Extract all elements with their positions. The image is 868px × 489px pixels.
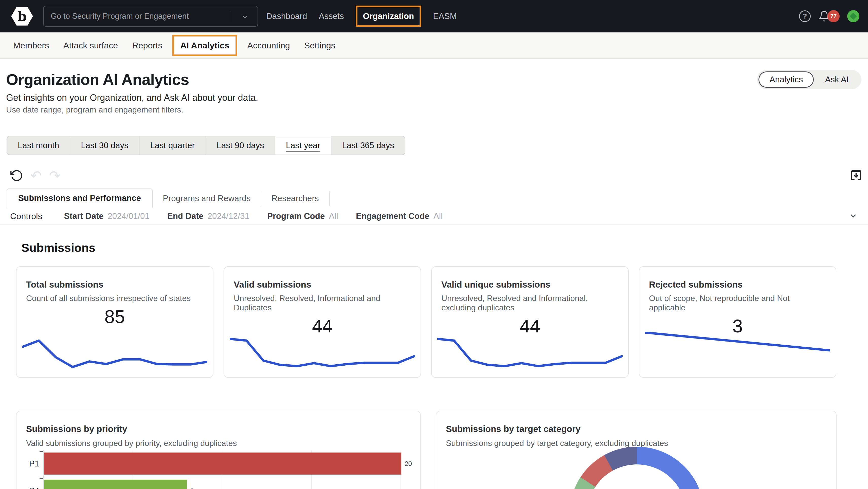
filter-end-date[interactable]: End Date 2024/12/31 xyxy=(167,211,249,221)
axis-tick xyxy=(39,478,43,479)
nav-assets[interactable]: Assets xyxy=(319,11,344,21)
target-category-donut xyxy=(569,447,704,489)
bar-value-label: 8 xyxy=(190,487,194,489)
nav-dashboard[interactable]: Dashboard xyxy=(266,11,307,21)
valid-submissions-card: Valid submissions Unresolved, Resolved, … xyxy=(224,266,421,378)
search-input[interactable]: Go to Security Program or Engagement xyxy=(43,6,258,27)
subnav-reports[interactable]: Reports xyxy=(132,40,162,51)
help-icon[interactable]: ? xyxy=(799,10,811,22)
rejected-submissions-card: Rejected submissions Out of scope, Not r… xyxy=(639,266,836,378)
analytics-tabs: Submissions and Performance Programs and… xyxy=(7,189,868,208)
user-avatar[interactable] xyxy=(847,10,859,22)
bar-P1 xyxy=(44,453,401,475)
stat-card-title: Valid unique submissions xyxy=(432,267,628,290)
valid-unique-submissions-card: Valid unique submissions Unresolved, Res… xyxy=(431,266,629,378)
logo-letter: b xyxy=(18,9,27,24)
organization-annotation-box: Organization xyxy=(356,6,422,27)
undo-icon[interactable]: ↶ xyxy=(30,169,42,183)
subnav-members[interactable]: Members xyxy=(13,40,49,51)
trend-sparkline xyxy=(230,332,415,374)
search-divider xyxy=(231,11,231,22)
search-placeholder: Go to Security Program or Engagement xyxy=(51,12,189,21)
date-last-quarter[interactable]: Last quarter xyxy=(140,136,206,155)
nav-easm[interactable]: EASM xyxy=(433,11,457,21)
stat-cards-row: Total submissions Count of all submissio… xyxy=(16,266,868,378)
stat-card-title: Rejected submissions xyxy=(639,267,836,290)
donut-hole xyxy=(587,464,686,489)
stat-card-description: Count of all submissions irrespective of… xyxy=(17,290,213,303)
chart-subtitle: Submissions grouped by target category, … xyxy=(436,434,836,448)
subnav-settings[interactable]: Settings xyxy=(304,40,335,51)
chart-subtitle: Valid submissions grouped by priority, e… xyxy=(17,434,420,448)
stat-card-title: Valid submissions xyxy=(224,267,421,290)
refresh-icon[interactable] xyxy=(10,169,23,182)
submissions-by-target-category-card: Submissions by target category Submissio… xyxy=(436,411,837,489)
stat-card-value: 85 xyxy=(17,306,213,327)
priority-bar-plot: P120P48 xyxy=(43,451,417,489)
total-submissions-card: Total submissions Count of all submissio… xyxy=(16,266,213,378)
page-subtitle: Get insights on your Organization, and A… xyxy=(6,93,868,103)
ask-ai-toggle-button[interactable]: Ask AI xyxy=(814,71,860,88)
stat-card-title: Total submissions xyxy=(17,267,213,290)
topbar: b Go to Security Program or Engagement D… xyxy=(0,0,868,32)
subnav-accounting[interactable]: Accounting xyxy=(247,40,290,51)
date-last-month[interactable]: Last month xyxy=(7,136,70,155)
redo-icon[interactable]: ↷ xyxy=(49,169,60,183)
controls-collapse-chevron-icon[interactable] xyxy=(849,211,858,221)
analytics-toggle-button[interactable]: Analytics xyxy=(758,71,814,88)
stat-card-description: Unresolved, Resolved and Informational, … xyxy=(432,290,628,313)
chart-title: Submissions by target category xyxy=(436,411,836,434)
bar-value-label: 20 xyxy=(405,460,412,467)
bar-category-label: P1 xyxy=(19,459,39,468)
tab-programs-and-rewards[interactable]: Programs and Rewards xyxy=(153,191,261,206)
tab-submissions-and-performance[interactable]: Submissions and Performance xyxy=(7,189,153,208)
bar-P4 xyxy=(44,480,187,489)
date-range-segmented-control: Last month Last 30 days Last quarter Las… xyxy=(7,136,405,155)
filter-start-date[interactable]: Start Date 2024/01/01 xyxy=(64,211,150,221)
download-icon[interactable] xyxy=(850,169,862,182)
controls-label: Controls xyxy=(10,211,42,221)
date-last-365-days[interactable]: Last 365 days xyxy=(331,136,405,155)
bar-category-label: P4 xyxy=(19,486,39,489)
submissions-by-priority-card: Submissions by priority Valid submission… xyxy=(16,411,421,489)
trend-sparkline xyxy=(437,332,623,374)
page-title: Organization AI Analytics xyxy=(6,70,868,89)
bugcrowd-logo[interactable]: b xyxy=(11,6,33,26)
page-header: Organization AI Analytics Get insights o… xyxy=(0,59,868,115)
stat-card-description: Out of scope, Not reproducible and Not a… xyxy=(639,290,836,313)
filter-engagement-code[interactable]: Engagement Code All xyxy=(356,211,443,221)
date-last-90-days[interactable]: Last 90 days xyxy=(206,136,275,155)
date-last-year[interactable]: Last year xyxy=(275,136,332,155)
gridline xyxy=(43,451,43,489)
controls-row: Controls Start Date 2024/01/01 End Date … xyxy=(0,208,868,225)
tab-researchers[interactable]: Researchers xyxy=(261,191,330,206)
charts-row: Submissions by priority Valid submission… xyxy=(16,411,868,489)
filter-program-code[interactable]: Program Code All xyxy=(267,211,338,221)
trend-sparkline xyxy=(645,332,830,374)
notifications-button[interactable]: 77 xyxy=(818,10,840,22)
submissions-section-heading: Submissions xyxy=(21,241,868,255)
subnav-attack-surface[interactable]: Attack surface xyxy=(63,40,118,51)
stat-card-description: Unresolved, Resolved, Informational and … xyxy=(224,290,421,313)
nav-organization[interactable]: Organization xyxy=(363,11,414,21)
topbar-right-cluster: ? 77 xyxy=(799,10,859,22)
chart-title: Submissions by priority xyxy=(17,411,420,434)
subnav-ai-analytics[interactable]: AI Analytics xyxy=(180,40,229,50)
analytics-askai-toggle: Analytics Ask AI xyxy=(757,70,861,89)
notification-count-badge: 77 xyxy=(828,10,840,22)
page-hint: Use date range, program and engagement f… xyxy=(6,105,868,115)
trend-sparkline xyxy=(22,332,207,374)
org-secondary-nav: Members Attack surface Reports AI Analyt… xyxy=(0,32,868,59)
date-last-30-days[interactable]: Last 30 days xyxy=(70,136,140,155)
axis-tick xyxy=(39,451,43,452)
top-navigation: Dashboard Assets Organization EASM xyxy=(266,6,457,27)
ai-analytics-annotation-box: AI Analytics xyxy=(173,35,237,56)
dashboard-toolbar: ↶ ↷ xyxy=(0,169,868,184)
chevron-down-icon[interactable] xyxy=(241,13,248,21)
